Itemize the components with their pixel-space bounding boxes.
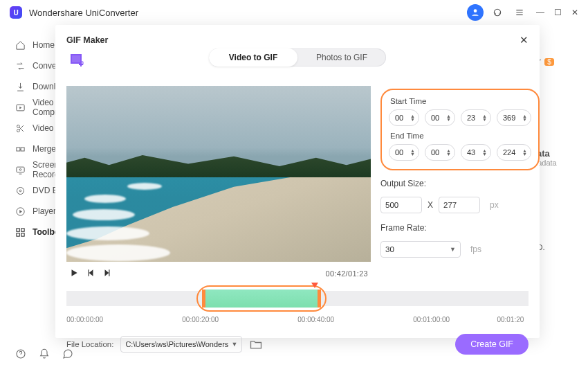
- svg-rect-6: [21, 148, 24, 151]
- output-height-input[interactable]: [439, 197, 480, 213]
- app-name: Wondershare UniConverter: [29, 8, 138, 18]
- start-seconds-input[interactable]: [467, 114, 482, 122]
- titlebar: U Wondershare UniConverter — ☐ ✕: [0, 0, 588, 25]
- window-controls: — ☐ ✕: [536, 8, 578, 17]
- playhead-icon[interactable]: [311, 283, 318, 288]
- unit-fps: fps: [470, 244, 481, 254]
- start-time-label: Start Time: [390, 97, 531, 105]
- sidebar-item-label: Player: [33, 206, 56, 216]
- start-minutes-input[interactable]: [431, 114, 446, 122]
- tick-label: 00:00:40:00: [297, 316, 334, 323]
- bell-icon[interactable]: [39, 348, 50, 359]
- prev-frame-button[interactable]: [86, 268, 95, 280]
- close-icon[interactable]: ✕: [520, 34, 529, 46]
- mode-tabs: Video to GIF Photos to GIF: [209, 48, 386, 66]
- end-time-label: End Time: [390, 132, 531, 140]
- svg-point-0: [474, 9, 477, 12]
- output-width-input[interactable]: [380, 197, 422, 213]
- transport-controls: 00:42/01:23: [66, 262, 371, 281]
- support-icon[interactable]: [489, 4, 506, 21]
- preview-pane: 00:42/01:23: [66, 86, 371, 281]
- start-minutes-stepper[interactable]: ▲▼: [425, 109, 455, 126]
- maximize-button[interactable]: ☐: [554, 8, 562, 17]
- start-seconds-stepper[interactable]: ▲▼: [461, 109, 491, 126]
- svg-rect-14: [17, 233, 19, 235]
- gif-maker-modal: GIF Maker ✕ + Video to GIF Photos to GIF…: [55, 25, 540, 338]
- sidebar-item-label: Home: [33, 40, 55, 50]
- tick-label: 00:00:00:00: [66, 316, 103, 323]
- close-button[interactable]: ✕: [571, 8, 578, 17]
- time-range-group: Start Time ▲▼ ▲▼ ▲▼ ▲▼ End Time ▲▼ ▲▼ ▲▼…: [380, 89, 540, 170]
- end-ms-input[interactable]: [503, 148, 522, 157]
- end-hours-stepper[interactable]: ▲▼: [389, 144, 419, 161]
- next-frame-button[interactable]: [102, 268, 112, 280]
- options-pane: Start Time ▲▼ ▲▼ ▲▼ ▲▼ End Time ▲▼ ▲▼ ▲▼…: [380, 86, 540, 281]
- file-location-value: C:\Users\ws\Pictures\Wonders: [125, 340, 228, 348]
- frame-rate-label: Frame Rate:: [380, 223, 540, 233]
- play-button[interactable]: [69, 268, 79, 280]
- start-hours-input[interactable]: [395, 114, 410, 122]
- x-separator: X: [428, 200, 433, 210]
- help-icon[interactable]: [15, 348, 26, 359]
- start-ms-stepper[interactable]: ▲▼: [497, 109, 531, 126]
- end-seconds-stepper[interactable]: ▲▼: [461, 144, 491, 161]
- svg-rect-7: [17, 167, 24, 172]
- time-display: 00:42/01:23: [326, 269, 368, 278]
- tick-label: 00:01:20: [497, 316, 524, 323]
- bottom-bar: [0, 343, 73, 365]
- add-media-icon[interactable]: +: [68, 51, 84, 68]
- timeline-ticks: 00:00:00:00 00:00:20:00 00:00:40:00 00:0…: [66, 313, 529, 327]
- unit-px: px: [490, 200, 499, 210]
- minimize-button[interactable]: —: [536, 8, 544, 17]
- tab-photos-to-gif[interactable]: Photos to GIF: [297, 48, 386, 66]
- timeline-selection[interactable]: [202, 290, 321, 308]
- tick-label: 00:01:00:00: [413, 316, 450, 323]
- frame-rate-select[interactable]: 30▼: [380, 241, 461, 258]
- output-size-label: Output Size:: [380, 179, 540, 188]
- start-hours-stepper[interactable]: ▲▼: [389, 109, 419, 126]
- frame-rate-value: 30: [385, 245, 394, 253]
- tick-label: 00:00:20:00: [182, 316, 219, 323]
- tab-video-to-gif[interactable]: Video to GIF: [209, 48, 297, 66]
- modal-title: GIF Maker: [66, 35, 108, 45]
- svg-point-9: [17, 187, 24, 194]
- timeline[interactable]: [66, 281, 529, 312]
- svg-point-10: [19, 190, 21, 192]
- svg-point-8: [19, 168, 21, 170]
- end-minutes-input[interactable]: [431, 148, 446, 157]
- start-ms-input[interactable]: [503, 114, 522, 122]
- app-logo: U: [10, 6, 22, 19]
- svg-rect-15: [21, 233, 24, 235]
- end-hours-input[interactable]: [395, 148, 410, 157]
- video-preview[interactable]: [66, 86, 371, 262]
- end-minutes-stepper[interactable]: ▲▼: [425, 144, 455, 161]
- menu-icon[interactable]: [511, 4, 528, 21]
- file-location-select[interactable]: C:\Users\ws\Pictures\Wonders▼: [120, 336, 242, 353]
- svg-point-1: [494, 9, 500, 15]
- svg-rect-13: [21, 228, 24, 231]
- account-icon[interactable]: [467, 4, 484, 21]
- open-folder-icon[interactable]: [249, 337, 263, 351]
- premium-badge: $: [544, 58, 554, 66]
- svg-rect-12: [17, 228, 19, 231]
- end-ms-stepper[interactable]: ▲▼: [497, 144, 531, 161]
- end-seconds-input[interactable]: [467, 148, 482, 157]
- modal-footer: File Location: C:\Users\ws\Pictures\Wond…: [66, 334, 529, 355]
- svg-rect-5: [17, 148, 20, 151]
- file-location-label: File Location:: [66, 340, 113, 348]
- create-gif-button[interactable]: Create GIF: [455, 334, 529, 355]
